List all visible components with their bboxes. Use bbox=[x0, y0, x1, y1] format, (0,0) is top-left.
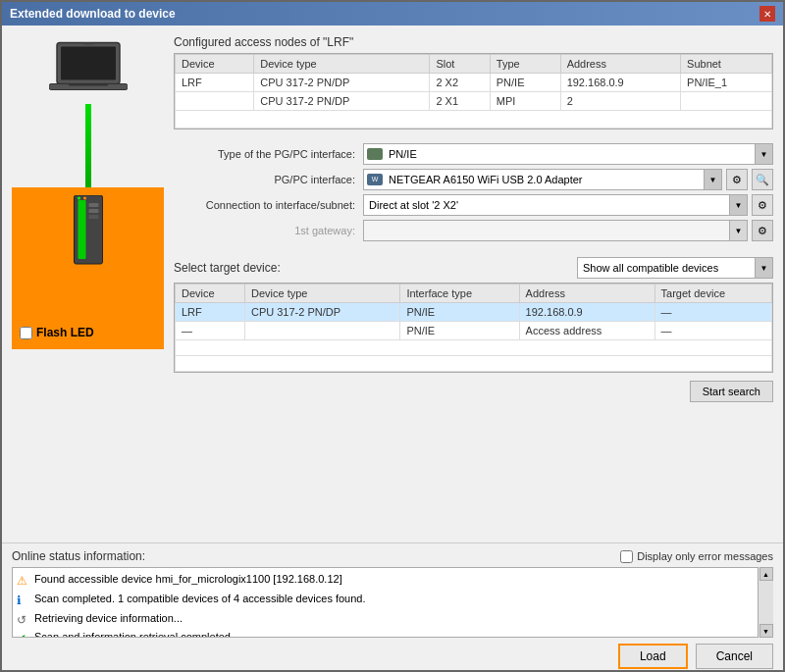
svg-rect-6 bbox=[78, 200, 85, 259]
gateway-label: 1st gateway: bbox=[174, 225, 355, 236]
device-box: Flash LED bbox=[12, 187, 164, 349]
load-button[interactable]: Load bbox=[618, 644, 688, 669]
target-row1-address: 192.168.0.9 bbox=[519, 303, 654, 322]
target-col-device-type: Device type bbox=[244, 284, 399, 303]
connection-row: Connection to interface/subnet: Direct a… bbox=[174, 194, 773, 216]
success-icon: ✔ bbox=[17, 631, 30, 638]
target-row1-target: — bbox=[654, 303, 771, 322]
table-row-empty-1 bbox=[176, 340, 772, 356]
connection-config-btn[interactable]: ⚙ bbox=[752, 194, 773, 216]
scroll-up-arrow[interactable]: ▲ bbox=[759, 567, 773, 581]
connection-select-wrapper: Direct at slot '2 X2' ▼ ⚙ bbox=[363, 194, 773, 216]
cell-type: MPI bbox=[490, 92, 560, 111]
pg-interface-type-select[interactable]: PN/IE ▼ bbox=[363, 143, 773, 165]
pg-interface-type-arrow[interactable]: ▼ bbox=[755, 144, 772, 164]
cell-subnet: PN/IE_1 bbox=[681, 74, 772, 92]
scroll-down-arrow[interactable]: ▼ bbox=[759, 624, 773, 638]
pg-interface-type-value: PN/IE bbox=[387, 146, 755, 162]
title-bar: Extended download to device ✕ bbox=[2, 2, 783, 26]
target-row2-target: — bbox=[654, 322, 771, 340]
target-col-address: Address bbox=[519, 284, 654, 303]
table-row[interactable]: CPU 317-2 PN/DP 2 X1 MPI 2 bbox=[176, 92, 772, 111]
status-box: ⚠ Found accessible device hmi_for_microl… bbox=[12, 567, 773, 638]
connection-arrow[interactable]: ▼ bbox=[729, 195, 747, 215]
target-section: Select target device: Show all compatibl… bbox=[174, 257, 773, 402]
status-label: Online status information: bbox=[12, 549, 145, 563]
target-header-row: Device Device type Interface type Addres… bbox=[176, 284, 772, 303]
start-search-button[interactable]: Start search bbox=[690, 381, 773, 402]
svg-point-10 bbox=[78, 197, 80, 200]
target-filter-arrow[interactable]: ▼ bbox=[755, 258, 772, 278]
gateway-config-btn[interactable]: ⚙ bbox=[752, 220, 773, 241]
target-table: Device Device type Interface type Addres… bbox=[175, 284, 772, 372]
error-only-checkbox[interactable] bbox=[620, 550, 633, 563]
status-box-wrapper: ⚠ Found accessible device hmi_for_microl… bbox=[12, 567, 773, 638]
error-only-label[interactable]: Display only error messages bbox=[620, 550, 773, 563]
form-section: Type of the PG/PC interface: PN/IE ▼ PG/… bbox=[174, 143, 773, 241]
bottom-section: Online status information: Display only … bbox=[2, 543, 783, 670]
configured-table: Device Device type Slot Type Address Sub… bbox=[175, 54, 772, 129]
status-text-3: Retrieving device information... bbox=[34, 611, 183, 626]
pg-interface-label: PG/PC interface: bbox=[174, 174, 355, 185]
configured-table-body: LRF CPU 317-2 PN/DP 2 X2 PN/IE 192.168.0… bbox=[176, 74, 772, 129]
target-row2-interface: PN/IE bbox=[400, 322, 519, 340]
gateway-select[interactable]: ▼ bbox=[363, 220, 748, 241]
table-row[interactable]: LRF CPU 317-2 PN/DP 2 X2 PN/IE 192.168.0… bbox=[176, 74, 772, 92]
pg-interface-type-label: Type of the PG/PC interface: bbox=[174, 148, 355, 160]
status-header: Online status information: Display only … bbox=[12, 549, 773, 563]
pg-interface-config-btn[interactable]: ⚙ bbox=[726, 169, 748, 190]
svg-rect-3 bbox=[69, 84, 108, 86]
pg-interface-row: PG/PC interface: W NETGEAR A6150 WiFi US… bbox=[174, 169, 773, 190]
gateway-value bbox=[367, 229, 729, 233]
button-row: Load Cancel bbox=[12, 644, 773, 669]
dialog-title: Extended download to device bbox=[10, 7, 176, 21]
right-panel: Configured access nodes of "LRF" Device … bbox=[174, 35, 773, 526]
target-row2-device: — bbox=[176, 322, 245, 340]
flash-led-row: Flash LED bbox=[20, 326, 94, 339]
laptop-icon bbox=[49, 35, 128, 104]
cell-device-type: CPU 317-2 PN/DP bbox=[254, 92, 430, 111]
status-item-2: ℹ Scan completed. 1 compatible devices o… bbox=[17, 591, 753, 610]
status-scrollbar[interactable]: ▲ ▼ bbox=[758, 567, 773, 638]
cell-device: LRF bbox=[176, 74, 254, 92]
flash-led-checkbox[interactable] bbox=[20, 327, 32, 339]
target-col-target: Target device bbox=[654, 284, 771, 303]
target-header-right: Show all compatible devices ▼ bbox=[577, 257, 773, 279]
target-device-filter[interactable]: Show all compatible devices ▼ bbox=[577, 257, 773, 279]
progress-icon: ↺ bbox=[17, 612, 30, 629]
status-item-4: ✔ Scan and information retrieval complet… bbox=[17, 629, 753, 638]
pn-ie-icon bbox=[367, 148, 383, 160]
cell-slot: 2 X2 bbox=[430, 74, 490, 92]
svg-point-11 bbox=[83, 197, 86, 200]
configured-section: Configured access nodes of "LRF" Device … bbox=[174, 35, 773, 129]
target-table-body: LRF CPU 317-2 PN/DP PN/IE 192.168.0.9 — … bbox=[176, 303, 772, 372]
cell-address: 192.168.0.9 bbox=[560, 74, 680, 92]
table-row[interactable]: — PN/IE Access address — bbox=[176, 322, 772, 340]
cancel-button[interactable]: Cancel bbox=[696, 644, 773, 669]
pg-interface-select[interactable]: W NETGEAR A6150 WiFi USB 2.0 Adapter ▼ bbox=[363, 169, 722, 190]
configured-label: Configured access nodes of "LRF" bbox=[174, 35, 773, 49]
table-row[interactable]: LRF CPU 317-2 PN/DP PN/IE 192.168.0.9 — bbox=[176, 303, 772, 322]
cell-type: PN/IE bbox=[490, 74, 560, 92]
table-row-empty bbox=[176, 111, 772, 129]
connection-select[interactable]: Direct at slot '2 X2' ▼ bbox=[363, 194, 748, 216]
col-device-type: Device type bbox=[254, 55, 430, 74]
plc-icon bbox=[71, 195, 105, 269]
configured-table-head: Device Device type Slot Type Address Sub… bbox=[176, 55, 772, 74]
col-device: Device bbox=[176, 55, 254, 74]
connection-line bbox=[85, 104, 91, 187]
pg-interface-value: NETGEAR A6150 WiFi USB 2.0 Adapter bbox=[387, 172, 704, 187]
pg-interface-arrow[interactable]: ▼ bbox=[704, 170, 721, 189]
cell-slot: 2 X1 bbox=[430, 92, 490, 111]
target-row2-address: Access address bbox=[519, 322, 654, 340]
connection-value: Direct at slot '2 X2' bbox=[367, 197, 729, 213]
col-slot: Slot bbox=[430, 55, 490, 74]
warning-icon: ⚠ bbox=[17, 573, 30, 590]
cell-subnet bbox=[681, 92, 772, 111]
col-address: Address bbox=[560, 55, 680, 74]
pg-interface-search-btn[interactable]: 🔍 bbox=[752, 169, 773, 190]
gateway-arrow[interactable]: ▼ bbox=[729, 221, 747, 240]
cell-device-type: CPU 317-2 PN/DP bbox=[254, 74, 430, 92]
status-text-4: Scan and information retrieval completed… bbox=[34, 630, 234, 638]
close-button[interactable]: ✕ bbox=[759, 6, 775, 22]
